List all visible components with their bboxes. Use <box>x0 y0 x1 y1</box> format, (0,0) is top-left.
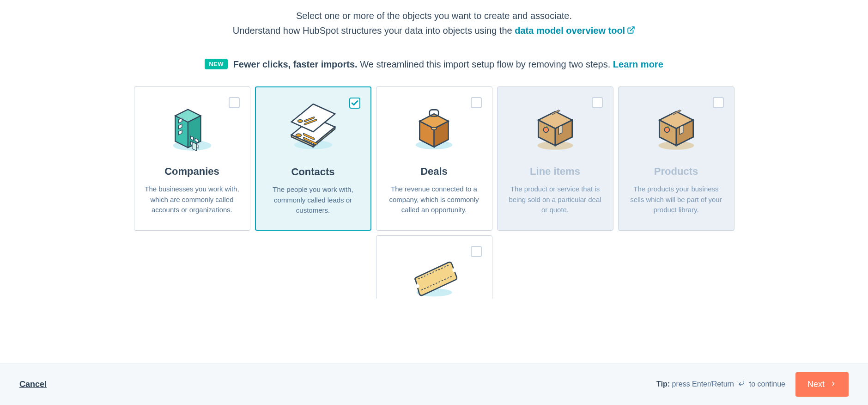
external-link-icon <box>627 24 635 38</box>
card-companies-title: Companies <box>142 166 243 178</box>
products-icon <box>626 96 727 161</box>
deals-icon <box>384 96 485 161</box>
card-tickets[interactable] <box>376 235 492 299</box>
checkbox-products[interactable] <box>713 97 724 108</box>
promo-banner: NEW Fewer clicks, faster imports. We str… <box>0 59 868 70</box>
svg-point-29 <box>431 127 437 129</box>
card-products[interactable]: Products The products your business sell… <box>618 86 734 231</box>
checkbox-companies[interactable] <box>229 97 240 108</box>
card-companies[interactable]: Companies The businesses you work with, … <box>134 86 250 231</box>
card-deals[interactable]: Deals The revenue connected to a company… <box>376 86 492 231</box>
checkbox-tickets[interactable] <box>471 246 482 257</box>
card-products-desc: The products your business sells which w… <box>626 184 727 215</box>
card-deals-desc: The revenue connected to a company, whic… <box>384 184 485 215</box>
card-contacts-title: Contacts <box>263 166 363 178</box>
checkbox-line-items[interactable] <box>592 97 603 108</box>
checkbox-deals[interactable] <box>471 97 482 108</box>
checkbox-contacts[interactable] <box>349 98 360 109</box>
instructions-line-2: Understand how HubSpot structures your d… <box>0 23 868 38</box>
svg-point-36 <box>543 127 548 132</box>
card-line-items[interactable]: Line items The product or service that i… <box>497 86 613 231</box>
promo-bold-text: Fewer clicks, faster imports. <box>233 59 358 69</box>
svg-marker-35 <box>558 125 562 135</box>
companies-icon <box>142 96 243 161</box>
data-model-overview-link[interactable]: data model overview tool <box>515 25 635 36</box>
learn-more-link[interactable]: Learn more <box>613 59 663 69</box>
svg-point-18 <box>296 134 301 137</box>
line-items-icon <box>505 96 606 161</box>
enter-key-icon <box>738 380 745 389</box>
card-companies-desc: The businesses you work with, which are … <box>142 184 243 215</box>
contacts-icon <box>263 97 363 161</box>
card-products-title: Products <box>626 166 727 178</box>
cancel-button[interactable]: Cancel <box>19 380 47 389</box>
card-contacts[interactable]: Contacts The people you work with, commo… <box>255 86 371 231</box>
chevron-right-icon <box>830 380 837 389</box>
footer-bar: Cancel Tip: press Enter/Return to contin… <box>0 363 868 405</box>
object-cards-grid: Companies The businesses you work with, … <box>134 86 734 299</box>
card-line-items-desc: The product or service that is being sol… <box>505 184 606 215</box>
card-contacts-desc: The people you work with, commonly calle… <box>263 184 363 216</box>
tip-text: Tip: press Enter/Return to continue <box>656 380 785 389</box>
svg-line-0 <box>631 27 634 31</box>
instructions-text: Select one or more of the objects you wa… <box>0 8 868 38</box>
next-button[interactable]: Next <box>795 372 849 397</box>
svg-point-21 <box>297 120 302 123</box>
svg-marker-42 <box>680 125 683 135</box>
new-badge: NEW <box>205 59 228 69</box>
instructions-line-1: Select one or more of the objects you wa… <box>0 8 868 23</box>
card-line-items-title: Line items <box>505 166 606 178</box>
svg-point-43 <box>664 127 669 132</box>
promo-text: We streamlined this import setup flow by… <box>358 59 613 69</box>
card-deals-title: Deals <box>384 166 485 178</box>
tickets-icon <box>384 245 485 299</box>
